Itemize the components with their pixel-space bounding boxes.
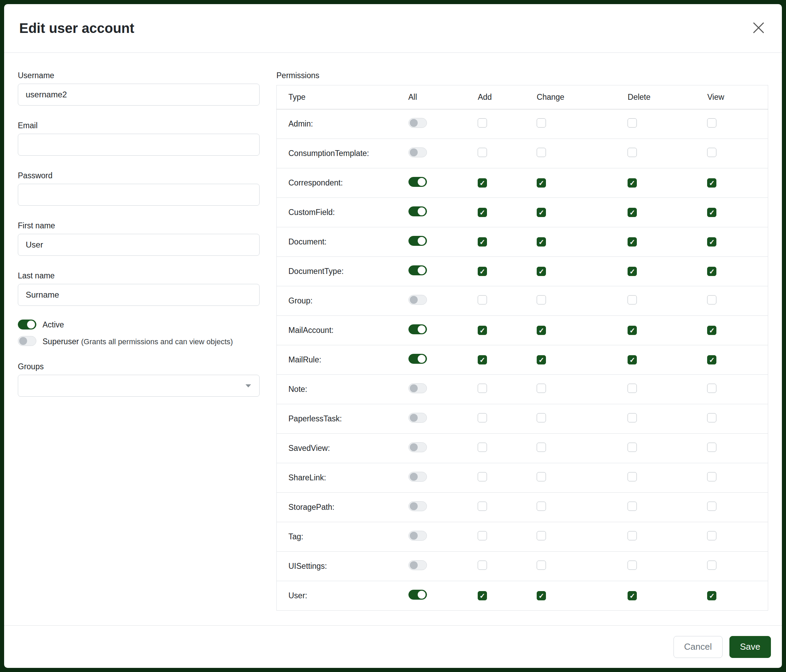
permission-change-checkbox[interactable]: ✓	[537, 355, 546, 364]
permission-view-checkbox[interactable]	[707, 502, 716, 511]
permission-view-checkbox[interactable]	[707, 561, 716, 570]
permission-add-checkbox[interactable]: ✓	[478, 237, 487, 247]
permission-change-checkbox[interactable]: ✓	[537, 267, 546, 276]
permission-change-checkbox[interactable]: ✓	[537, 326, 546, 335]
permission-view-checkbox[interactable]	[707, 148, 716, 157]
permission-view-checkbox[interactable]: ✓	[707, 355, 716, 364]
permission-add-checkbox[interactable]	[478, 472, 487, 481]
permission-all-toggle[interactable]	[409, 472, 427, 482]
permission-delete-checkbox[interactable]: ✓	[627, 267, 637, 276]
permission-all-toggle[interactable]	[409, 236, 427, 246]
permission-delete-checkbox[interactable]: ✓	[627, 237, 637, 247]
permission-change-checkbox[interactable]: ✓	[537, 237, 546, 247]
permission-change-checkbox[interactable]: ✓	[537, 208, 546, 217]
toggle-knob	[418, 325, 426, 333]
permission-delete-checkbox[interactable]	[627, 443, 637, 452]
permission-type-label: StoragePath:	[277, 493, 403, 522]
permission-delete-checkbox[interactable]	[627, 531, 637, 540]
superuser-toggle[interactable]	[18, 336, 36, 346]
permission-delete-checkbox[interactable]	[627, 148, 637, 157]
active-toggle[interactable]	[18, 320, 36, 330]
permission-add-checkbox[interactable]	[478, 148, 487, 157]
permission-all-toggle[interactable]	[409, 383, 427, 393]
permission-delete-checkbox[interactable]: ✓	[627, 355, 637, 364]
permission-all-toggle[interactable]	[409, 324, 427, 334]
permission-delete-checkbox[interactable]	[627, 413, 637, 422]
password-input[interactable]	[18, 184, 259, 206]
permission-all-toggle[interactable]	[409, 590, 427, 600]
permission-all-toggle[interactable]	[409, 501, 427, 511]
permission-change-checkbox[interactable]	[537, 118, 546, 127]
permission-change-checkbox[interactable]	[537, 413, 546, 422]
permission-all-toggle[interactable]	[409, 295, 427, 305]
groups-select[interactable]	[18, 375, 259, 397]
permission-add-checkbox[interactable]	[478, 561, 487, 570]
permission-view-checkbox[interactable]: ✓	[707, 267, 716, 276]
permission-add-checkbox[interactable]: ✓	[478, 208, 487, 217]
permission-view-checkbox[interactable]	[707, 295, 716, 305]
permission-delete-checkbox[interactable]	[627, 472, 637, 481]
permission-change-checkbox[interactable]	[537, 531, 546, 540]
permission-all-toggle[interactable]	[409, 148, 427, 157]
permission-delete-checkbox[interactable]: ✓	[627, 591, 637, 600]
permission-all-toggle[interactable]	[409, 265, 427, 275]
permission-delete-checkbox[interactable]	[627, 295, 637, 305]
permission-change-checkbox[interactable]	[537, 472, 546, 481]
permission-delete-checkbox[interactable]: ✓	[627, 326, 637, 335]
permission-delete-checkbox[interactable]: ✓	[627, 208, 637, 217]
permission-all-toggle[interactable]	[409, 413, 427, 423]
permission-type-label: CustomField:	[277, 198, 403, 227]
permission-view-checkbox[interactable]: ✓	[707, 237, 716, 247]
permission-all-toggle[interactable]	[409, 560, 427, 570]
permission-add-checkbox[interactable]	[478, 502, 487, 511]
permission-all-toggle[interactable]	[409, 206, 427, 216]
permission-all-toggle[interactable]	[409, 354, 427, 364]
close-button[interactable]	[750, 20, 767, 37]
permission-view-checkbox[interactable]	[707, 443, 716, 452]
permission-delete-checkbox[interactable]	[627, 561, 637, 570]
permission-change-checkbox[interactable]	[537, 443, 546, 452]
permission-view-checkbox[interactable]	[707, 472, 716, 481]
permission-add-checkbox[interactable]	[478, 118, 487, 127]
last-name-group: Last name	[18, 271, 259, 306]
permission-change-checkbox[interactable]	[537, 295, 546, 305]
permission-change-checkbox[interactable]	[537, 148, 546, 157]
permission-view-checkbox[interactable]	[707, 118, 716, 127]
save-button[interactable]: Save	[729, 636, 771, 658]
permission-view-checkbox[interactable]: ✓	[707, 178, 716, 188]
permission-add-checkbox[interactable]	[478, 531, 487, 540]
permission-add-checkbox[interactable]	[478, 295, 487, 305]
permission-all-toggle[interactable]	[409, 442, 427, 452]
permission-add-checkbox[interactable]	[478, 384, 487, 393]
permission-delete-checkbox[interactable]	[627, 118, 637, 127]
permission-view-checkbox[interactable]: ✓	[707, 591, 716, 600]
permission-all-toggle[interactable]	[409, 531, 427, 541]
permission-all-toggle[interactable]	[409, 118, 427, 128]
permission-change-checkbox[interactable]: ✓	[537, 591, 546, 600]
permission-add-checkbox[interactable]: ✓	[478, 267, 487, 276]
permission-view-checkbox[interactable]	[707, 413, 716, 422]
permission-add-checkbox[interactable]	[478, 413, 487, 422]
permission-delete-checkbox[interactable]: ✓	[627, 178, 637, 188]
permission-add-checkbox[interactable]: ✓	[478, 355, 487, 364]
permission-change-checkbox[interactable]: ✓	[537, 178, 546, 188]
permission-delete-checkbox[interactable]	[627, 384, 637, 393]
permission-view-checkbox[interactable]	[707, 531, 716, 540]
permission-view-checkbox[interactable]	[707, 384, 716, 393]
permission-add-checkbox[interactable]: ✓	[478, 178, 487, 188]
username-input[interactable]	[18, 84, 259, 105]
permission-view-checkbox[interactable]: ✓	[707, 326, 716, 335]
permission-delete-checkbox[interactable]	[627, 502, 637, 511]
permission-add-checkbox[interactable]	[478, 443, 487, 452]
permission-add-checkbox[interactable]: ✓	[478, 326, 487, 335]
permission-view-checkbox[interactable]: ✓	[707, 208, 716, 217]
permission-add-checkbox[interactable]: ✓	[478, 591, 487, 600]
permission-change-checkbox[interactable]	[537, 502, 546, 511]
first-name-input[interactable]	[18, 234, 259, 256]
email-input[interactable]	[18, 134, 259, 155]
cancel-button[interactable]: Cancel	[673, 636, 723, 658]
permission-all-toggle[interactable]	[409, 177, 427, 187]
last-name-input[interactable]	[18, 284, 259, 306]
permission-change-checkbox[interactable]	[537, 561, 546, 570]
permission-change-checkbox[interactable]	[537, 384, 546, 393]
